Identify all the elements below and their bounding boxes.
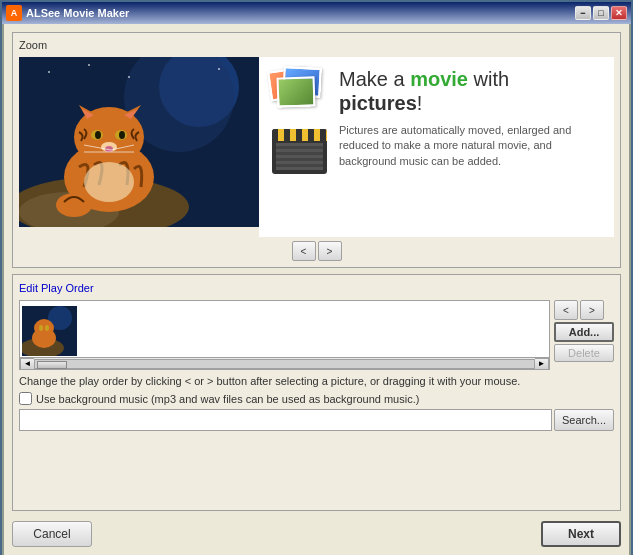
zoom-content: Make a movie with pictures! Pictures are… [19, 57, 614, 237]
thumbnail-image [22, 306, 77, 356]
next-button[interactable]: Next [541, 521, 621, 547]
thumbnail-list[interactable]: ◄ ► [19, 300, 550, 370]
clapperboard-icon [272, 129, 327, 174]
edit-play-order-link[interactable]: Edit Play Order [19, 282, 94, 294]
zoom-image [19, 57, 259, 227]
zoom-promo: Make a movie with pictures! Pictures are… [259, 57, 614, 237]
add-button[interactable]: Add... [554, 322, 614, 342]
order-prev-button[interactable]: < [554, 300, 578, 320]
zoom-next-button[interactable]: > [318, 241, 342, 261]
promo-description: Pictures are automatically moved, enlarg… [339, 123, 604, 169]
scrollbar-left-button[interactable]: ◄ [20, 358, 34, 370]
close-button[interactable]: ✕ [611, 6, 627, 20]
zoom-nav: < > [19, 241, 614, 261]
main-window: Zoom [2, 24, 631, 555]
app-icon: A [6, 5, 22, 21]
scrollbar-thumb[interactable] [37, 361, 67, 369]
minimize-button[interactable]: − [575, 6, 591, 20]
search-row: Search... [19, 409, 614, 431]
search-button[interactable]: Search... [554, 409, 614, 431]
maximize-button[interactable]: □ [593, 6, 609, 20]
zoom-prev-button[interactable]: < [292, 241, 316, 261]
svg-point-6 [218, 68, 220, 70]
delete-button[interactable]: Delete [554, 344, 614, 362]
svg-point-11 [84, 162, 134, 202]
order-nav: < > [554, 300, 614, 320]
zoom-label: Zoom [19, 39, 614, 51]
window-title: ALSee Movie Maker [26, 7, 571, 19]
scrollbar-right-button[interactable]: ► [535, 358, 549, 370]
photo-stack [269, 67, 329, 117]
svg-point-33 [34, 319, 54, 337]
bg-music-checkbox[interactable] [19, 392, 32, 405]
play-order-content: ◄ ► < > Add... Delete [19, 300, 614, 370]
order-next-button[interactable]: > [580, 300, 604, 320]
window-controls: − □ ✕ [575, 6, 627, 20]
svg-point-21 [119, 131, 125, 139]
svg-point-5 [128, 76, 130, 78]
play-order-section: Edit Play Order [12, 274, 621, 511]
cancel-button[interactable]: Cancel [12, 521, 92, 547]
thumbnail-scrollbar[interactable]: ◄ ► [20, 357, 549, 369]
music-search-input[interactable] [19, 409, 552, 431]
title-bar: A ALSee Movie Maker − □ ✕ [2, 2, 631, 24]
thumbnail-item[interactable] [20, 301, 549, 361]
promo-images [269, 67, 329, 174]
scrollbar-track[interactable] [34, 359, 535, 369]
photo-item-3 [276, 76, 315, 107]
svg-point-35 [45, 325, 49, 331]
promo-headline: Make a movie with pictures! [339, 67, 604, 115]
zoom-section: Zoom [12, 32, 621, 268]
bg-music-row: Use background music (mp3 and wav files … [19, 392, 614, 405]
bottom-buttons: Cancel Next [12, 517, 621, 547]
svg-point-34 [39, 325, 43, 331]
svg-point-20 [95, 131, 101, 139]
bg-music-label: Use background music (mp3 and wav files … [36, 393, 419, 405]
svg-point-3 [48, 71, 50, 73]
help-text: Change the play order by clicking < or >… [19, 374, 614, 388]
side-buttons: < > Add... Delete [554, 300, 614, 370]
promo-text: Make a movie with pictures! Pictures are… [339, 67, 604, 169]
svg-point-4 [88, 64, 90, 66]
